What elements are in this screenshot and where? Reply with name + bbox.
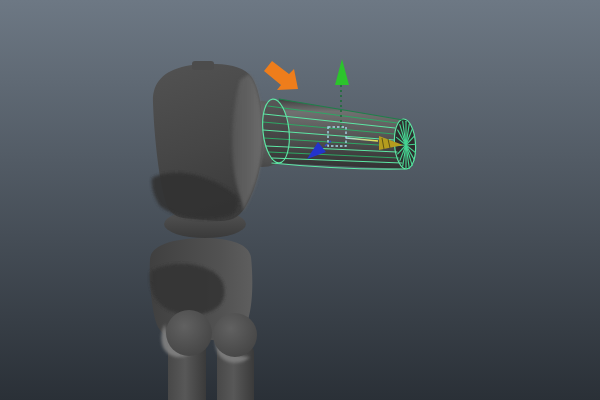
y-axis-arrow-icon[interactable] — [335, 59, 349, 85]
annotation-arrow — [264, 61, 298, 90]
right-knee[interactable] — [213, 313, 257, 357]
viewport-3d[interactable] — [0, 0, 600, 400]
orange-arrow-icon — [264, 61, 298, 90]
torso-top-bump — [192, 61, 214, 70]
selected-arm-cylinder[interactable] — [260, 98, 417, 170]
left-knee[interactable] — [166, 310, 212, 356]
scene-canvas[interactable] — [0, 0, 600, 400]
